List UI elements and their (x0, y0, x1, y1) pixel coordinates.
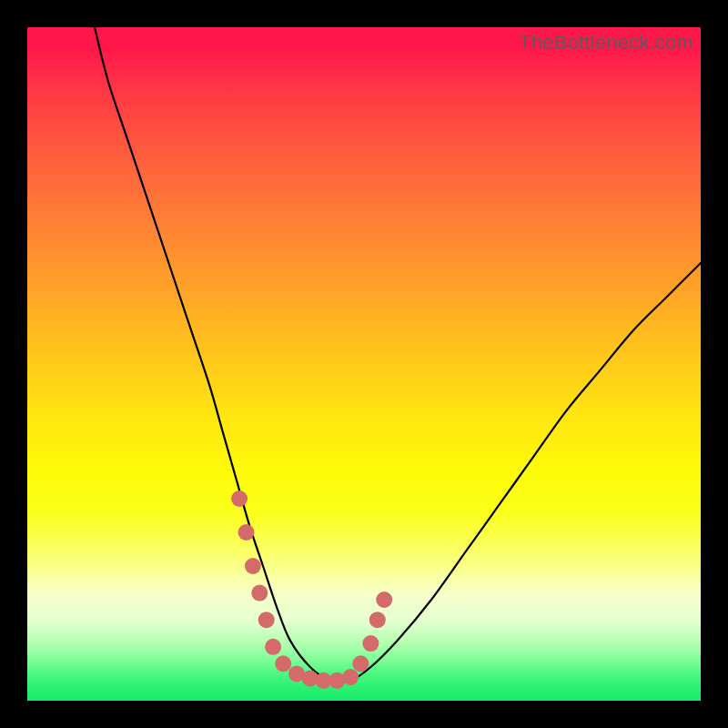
curve-marker (369, 612, 386, 628)
curve-markers (231, 490, 392, 689)
curve-marker (251, 585, 268, 602)
curve-marker (352, 655, 369, 672)
curve-marker (231, 490, 248, 507)
curve-marker (342, 669, 359, 685)
bottleneck-curve-path (95, 27, 701, 682)
chart-frame: TheBottleneck.com (0, 0, 728, 728)
plot-area: TheBottleneck.com (27, 27, 701, 701)
curve-marker (275, 655, 291, 672)
bottleneck-curve-svg (27, 27, 701, 701)
watermark-text: TheBottleneck.com (519, 31, 693, 55)
curve-marker (265, 639, 281, 655)
curve-marker (376, 592, 392, 608)
curve-marker (258, 612, 275, 628)
curve-marker (245, 558, 261, 574)
curve-marker (362, 635, 379, 652)
curve-marker (238, 524, 255, 541)
